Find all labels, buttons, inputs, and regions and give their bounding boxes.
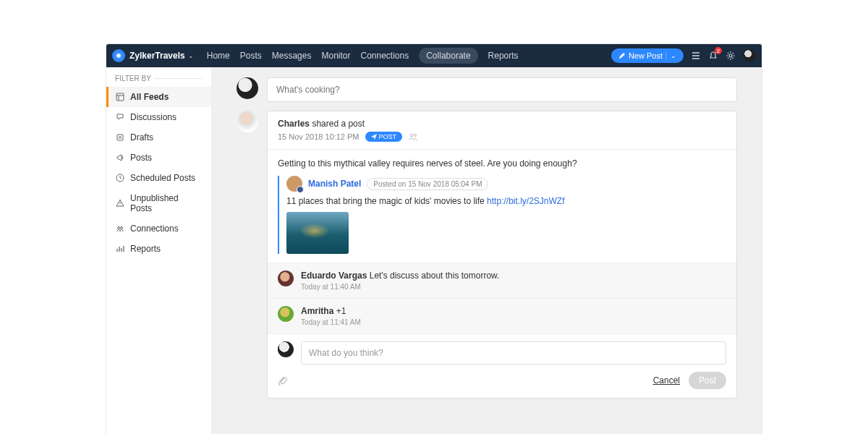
svg-point-5 [117, 227, 119, 229]
feed-icon [115, 93, 124, 102]
comment-input[interactable]: What do you think? [301, 341, 726, 365]
sidebar-item-label: Posts [130, 153, 152, 163]
cancel-button[interactable]: Cancel [653, 375, 680, 386]
topbar: ZylkerTravels ⌄ Home Posts Messages Moni… [106, 44, 762, 67]
post-author-line: Charles shared a post [278, 119, 726, 129]
comment-composer: What do you think? Cancel Post [268, 333, 736, 398]
svg-rect-3 [117, 135, 123, 140]
comment-actions: Cancel Post [278, 372, 726, 389]
embed-body-text: 11 places that bring the magic of kids' … [286, 196, 726, 206]
brand-logo [112, 49, 125, 62]
comment-item: Eduardo Vargas Let's discuss about this … [268, 263, 736, 298]
post-pill-label: POST [379, 133, 397, 140]
current-user-avatar [237, 77, 258, 99]
embed-author-name[interactable]: Manish Patel [308, 179, 361, 189]
audience-icon[interactable] [408, 132, 418, 141]
user-avatar[interactable] [743, 49, 756, 62]
nav-collaborate[interactable]: Collaborate [419, 48, 477, 64]
embed-posted-label: Posted on 15 Nov 2018 05:04 PM [367, 178, 488, 190]
svg-point-1 [729, 54, 732, 57]
sidebar-item-label: Connections [130, 224, 179, 234]
sidebar-item-drafts[interactable]: Drafts [106, 127, 211, 148]
nav-posts[interactable]: Posts [240, 48, 262, 64]
megaphone-icon [115, 153, 124, 163]
nav-connections[interactable]: Connections [360, 48, 409, 64]
filter-by-label: FILTER BY [106, 67, 211, 87]
new-post-button[interactable]: New Post ⌄ [611, 48, 684, 63]
svg-point-6 [120, 227, 122, 229]
post-meta: 15 Nov 2018 10:12 PM POST [278, 132, 726, 142]
post-action-text: shared a post [312, 119, 365, 129]
chevron-down-icon[interactable]: ⌄ [665, 52, 676, 59]
reports-icon [115, 244, 124, 254]
menu-icon[interactable] [691, 51, 701, 61]
post-row: Charles shared a post 15 Nov 2018 10:12 … [237, 111, 737, 399]
main-content: Charles shared a post 15 Nov 2018 10:12 … [212, 67, 762, 434]
sidebar-item-label: All Feeds [130, 92, 169, 102]
comment-time: Today at 11:41 AM [301, 318, 361, 326]
chevron-down-icon[interactable]: ⌄ [188, 52, 194, 59]
svg-point-7 [410, 134, 413, 137]
sidebar-item-label: Drafts [130, 132, 153, 142]
facebook-icon [297, 186, 304, 193]
nav-reports[interactable]: Reports [488, 48, 519, 64]
post-header: Charles shared a post 15 Nov 2018 10:12 … [268, 111, 736, 150]
whats-cooking-input[interactable] [267, 77, 737, 102]
divider-line [154, 78, 203, 79]
sidebar-item-discussions[interactable]: Discussions [106, 107, 211, 127]
embed-header: Manish Patel Posted on 15 Nov 2018 05:04… [286, 176, 726, 192]
notification-badge: 2 [715, 47, 722, 54]
nav-home[interactable]: Home [207, 48, 230, 64]
composer-row [237, 77, 737, 102]
new-post-label: New Post [629, 51, 663, 60]
bell-icon[interactable]: 2 [708, 51, 718, 61]
sidebar-item-label: Scheduled Posts [130, 173, 195, 183]
top-nav: Home Posts Messages Monitor Connections … [207, 48, 611, 64]
embed-link[interactable]: http://bit.ly/2SJnWZf [487, 196, 564, 206]
draft-icon [115, 133, 124, 142]
sidebar-item-scheduled[interactable]: Scheduled Posts [106, 168, 211, 188]
comment-text: Let's discuss about this tomorrow. [370, 271, 500, 281]
attachment-icon[interactable] [278, 375, 288, 386]
embed-image[interactable] [286, 212, 349, 254]
comment-time: Today at 11:40 AM [301, 283, 499, 291]
comment-body: Amritha +1 Today at 11:41 AM [301, 306, 361, 326]
app-window: ZylkerTravels ⌄ Home Posts Messages Moni… [106, 43, 762, 434]
sidebar-item-unpublished[interactable]: Unpublished Posts [106, 188, 211, 218]
embedded-post: Manish Patel Posted on 15 Nov 2018 05:04… [278, 176, 726, 254]
post-timestamp: 15 Nov 2018 10:12 PM [278, 132, 359, 141]
post-author-avatar [237, 111, 258, 132]
filter-by-text: FILTER BY [115, 75, 151, 82]
post-body: Getting to this mythical valley requires… [268, 150, 736, 263]
comment-avatar [278, 306, 294, 322]
brand-name[interactable]: ZylkerTravels [129, 51, 185, 61]
sidebar-item-label: Unpublished Posts [130, 193, 203, 213]
nav-messages[interactable]: Messages [272, 48, 312, 64]
connections-icon [115, 224, 124, 234]
svg-rect-2 [116, 93, 124, 101]
sidebar-item-reports[interactable]: Reports [106, 239, 211, 259]
post-button[interactable]: Post [689, 372, 726, 389]
post-body-text: Getting to this mythical valley requires… [278, 158, 726, 169]
post-author-name: Charles [278, 119, 310, 129]
embed-text: 11 places that bring the magic of kids' … [286, 196, 487, 206]
send-icon [371, 134, 377, 140]
comment-text: +1 [336, 306, 346, 316]
clock-icon [115, 174, 124, 183]
svg-point-8 [414, 135, 417, 137]
comment-avatar [278, 271, 294, 286]
sidebar-item-all-feeds[interactable]: All Feeds [106, 87, 211, 107]
pencil-icon [618, 52, 626, 59]
sidebar-item-connections[interactable]: Connections [106, 218, 211, 239]
sidebar-item-posts[interactable]: Posts [106, 148, 211, 168]
nav-monitor[interactable]: Monitor [321, 48, 350, 64]
sidebar-item-label: Reports [130, 244, 161, 254]
post-type-pill: POST [365, 132, 403, 142]
comment-author: Amritha [301, 306, 333, 316]
comment-body: Eduardo Vargas Let's discuss about this … [301, 271, 499, 291]
gear-icon[interactable] [726, 51, 736, 61]
sidebar: FILTER BY All Feeds Discussions Drafts P… [106, 67, 212, 434]
comment-item: Amritha +1 Today at 11:41 AM [268, 298, 736, 333]
post-card: Charles shared a post 15 Nov 2018 10:12 … [267, 111, 737, 399]
topbar-right: New Post ⌄ 2 [611, 48, 756, 63]
